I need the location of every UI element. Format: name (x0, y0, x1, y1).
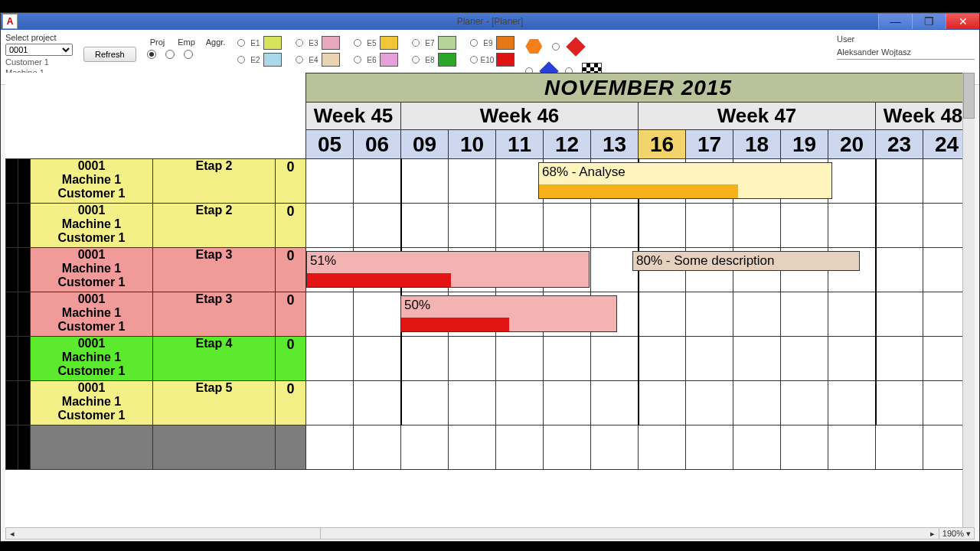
day-cell[interactable] (828, 292, 876, 337)
day-cell[interactable] (686, 292, 733, 337)
day-cell[interactable] (828, 337, 876, 381)
gantt-table[interactable]: NOVEMBER 2015Week 45Week 46Week 47Week 4… (5, 73, 971, 470)
row-handle[interactable] (6, 204, 18, 248)
row-handle[interactable] (6, 248, 18, 292)
day-cell[interactable] (401, 204, 449, 248)
swatch-radio-E7[interactable] (412, 39, 420, 47)
swatch-E8[interactable] (438, 53, 456, 67)
day-cell[interactable] (876, 381, 923, 425)
swatch-E3[interactable] (322, 36, 340, 50)
day-cell[interactable] (354, 337, 401, 381)
shape-radio-1[interactable] (552, 43, 560, 51)
task-bar[interactable]: 51% (306, 251, 590, 288)
swatch-radio-E10[interactable] (470, 56, 478, 64)
row-handle[interactable] (18, 248, 31, 292)
row-handle[interactable] (18, 381, 31, 425)
task-bar[interactable]: 50% (400, 295, 617, 332)
scroll-left-button[interactable]: ◂ (6, 529, 18, 539)
day-cell[interactable] (733, 292, 781, 337)
day-cell[interactable] (781, 204, 828, 248)
day-header-16[interactable]: 16 (639, 130, 686, 159)
day-cell[interactable] (828, 159, 876, 204)
swatch-E10[interactable] (496, 53, 514, 67)
day-cell[interactable]: 51%80% - Some description (306, 248, 354, 292)
swatch-E2[interactable] (263, 53, 282, 67)
swatch-E9[interactable] (496, 36, 514, 50)
row-handle[interactable] (18, 337, 31, 381)
day-cell[interactable] (449, 381, 496, 425)
day-cell[interactable]: 50% (306, 292, 354, 337)
day-cell[interactable] (686, 204, 733, 248)
zoom-indicator[interactable]: 190%▾ (939, 528, 974, 539)
day-cell[interactable] (544, 337, 591, 381)
radio-aggr[interactable] (184, 50, 193, 59)
day-cell[interactable] (591, 381, 639, 425)
gantt-row[interactable]: 0001Machine 1Customer 1Etap 40 (6, 337, 971, 381)
day-cell[interactable] (781, 292, 828, 337)
gantt-row[interactable]: 0001Machine 1Customer 1Etap 50 (6, 381, 971, 425)
swatch-E6[interactable] (380, 53, 398, 67)
day-cell[interactable] (591, 337, 639, 381)
day-cell[interactable] (639, 292, 686, 337)
day-header-09[interactable]: 09 (401, 130, 449, 159)
day-cell[interactable] (354, 292, 401, 337)
day-cell[interactable] (306, 337, 354, 381)
day-header-12[interactable]: 12 (544, 130, 591, 159)
day-cell[interactable] (591, 248, 639, 292)
day-header-10[interactable]: 10 (449, 130, 496, 159)
day-cell[interactable] (401, 159, 449, 204)
swatch-E7[interactable] (438, 36, 456, 50)
day-cell[interactable] (733, 337, 781, 381)
day-cell[interactable] (591, 204, 639, 248)
swatch-radio-E2[interactable] (237, 56, 245, 64)
row-handle[interactable] (18, 159, 31, 204)
gantt-row[interactable]: 0001Machine 1Customer 1Etap 3050% (6, 292, 971, 337)
day-cell[interactable] (496, 204, 544, 248)
day-cell[interactable] (639, 204, 686, 248)
day-header-17[interactable]: 17 (686, 130, 733, 159)
swatch-radio-E1[interactable] (237, 39, 245, 47)
day-cell[interactable] (686, 337, 733, 381)
day-cell[interactable] (496, 159, 544, 204)
day-cell[interactable] (876, 159, 923, 204)
row-handle[interactable] (18, 204, 31, 248)
day-cell[interactable] (639, 381, 686, 425)
row-handle[interactable] (18, 292, 31, 337)
row-handle[interactable] (6, 381, 18, 425)
day-cell[interactable] (544, 204, 591, 248)
day-header-19[interactable]: 19 (781, 130, 828, 159)
day-cell[interactable] (306, 204, 354, 248)
day-header-18[interactable]: 18 (733, 130, 781, 159)
swatch-E4[interactable] (322, 53, 340, 67)
day-cell[interactable] (876, 248, 923, 292)
day-header-05[interactable]: 05 (306, 130, 354, 159)
day-cell[interactable] (876, 337, 923, 381)
day-cell[interactable] (828, 381, 876, 425)
swatch-radio-E3[interactable] (296, 39, 303, 47)
swatch-radio-E4[interactable] (296, 56, 303, 64)
scroll-right-button[interactable]: ▸ (926, 529, 939, 539)
swatch-radio-E9[interactable] (470, 39, 478, 47)
day-header-20[interactable]: 20 (828, 130, 876, 159)
day-cell[interactable] (401, 337, 449, 381)
refresh-button[interactable]: Refresh (83, 47, 136, 62)
day-header-06[interactable]: 06 (354, 130, 401, 159)
project-select[interactable]: 0001 (5, 44, 73, 56)
radio-emp[interactable] (165, 50, 175, 59)
day-cell[interactable] (354, 381, 401, 425)
swatch-radio-E6[interactable] (354, 56, 361, 64)
day-cell[interactable] (686, 381, 733, 425)
row-handle[interactable] (6, 292, 18, 337)
swatch-radio-E8[interactable] (412, 56, 420, 64)
gantt-row[interactable]: 0001Machine 1Customer 1Etap 3051%80% - S… (6, 248, 971, 292)
day-cell[interactable] (828, 204, 876, 248)
day-cell[interactable] (306, 381, 354, 425)
day-header-11[interactable]: 11 (496, 130, 544, 159)
day-cell[interactable] (544, 381, 591, 425)
day-cell[interactable] (449, 159, 496, 204)
day-cell[interactable] (449, 204, 496, 248)
day-header-23[interactable]: 23 (876, 130, 923, 159)
task-bar[interactable]: 80% - Some description (632, 251, 860, 271)
day-cell[interactable] (449, 337, 496, 381)
swatch-radio-E5[interactable] (354, 39, 361, 47)
